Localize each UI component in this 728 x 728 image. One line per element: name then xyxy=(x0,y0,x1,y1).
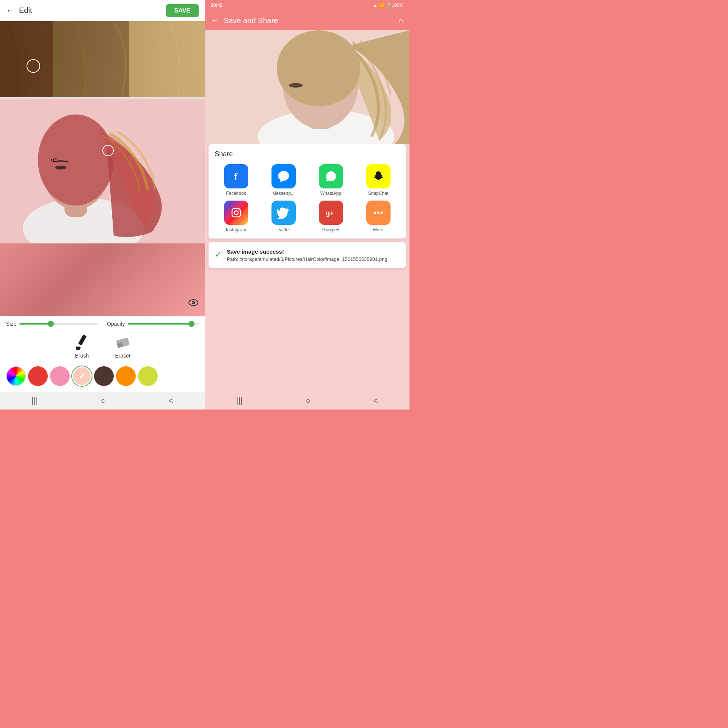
share-facebook[interactable]: f Facebook xyxy=(215,164,257,196)
success-text: Save image success! Path: /storage/emula… xyxy=(227,248,388,262)
brush-icon xyxy=(73,333,91,351)
svg-point-29 xyxy=(238,210,239,211)
brush-cursor-bottom xyxy=(102,145,114,156)
opacity-thumb[interactable] xyxy=(188,321,195,327)
left-panel: ← Edit SAVE xyxy=(0,0,205,410)
color-red[interactable] xyxy=(28,366,48,386)
share-messenger[interactable]: Messeng... xyxy=(262,164,305,196)
eraser-tool[interactable]: Eraser xyxy=(114,333,132,359)
brush-tool[interactable]: Brush xyxy=(73,333,91,359)
tools-row: Brush Eraser xyxy=(6,333,199,359)
status-time: 20:42 xyxy=(211,3,223,8)
bottom-nav-left: ||| ○ < xyxy=(0,392,205,410)
whatsapp-icon: ✆ xyxy=(319,164,343,188)
size-thumb[interactable] xyxy=(48,321,54,327)
svg-point-28 xyxy=(234,211,238,215)
more-icon xyxy=(366,201,391,225)
opacity-label: Opacity xyxy=(107,321,125,327)
share-snapchat[interactable]: SnapChat xyxy=(357,164,400,196)
color-orange[interactable] xyxy=(116,366,136,386)
right-back-button[interactable]: ← xyxy=(211,16,219,25)
back-nav-right[interactable]: < xyxy=(373,396,378,406)
battery-icon: 🔋100% xyxy=(386,3,403,8)
share-grid: f Facebook Messeng... xyxy=(215,164,400,232)
svg-point-10 xyxy=(55,166,66,169)
signal-icon: ▲ xyxy=(373,3,377,8)
right-page-title: Save and Share xyxy=(224,16,278,25)
result-image xyxy=(205,30,410,144)
back-nav-left[interactable]: < xyxy=(168,396,173,406)
share-twitter[interactable]: Twitter xyxy=(262,201,305,232)
color-multi[interactable] xyxy=(6,366,26,386)
googleplus-label: Google+ xyxy=(322,227,340,232)
brush-cursor-top xyxy=(27,59,40,73)
svg-point-23 xyxy=(289,83,303,88)
selected-check: ✓ xyxy=(78,371,85,381)
image-top xyxy=(0,21,205,97)
share-instagram[interactable]: Instagram xyxy=(215,201,257,232)
color-palette: ✓ xyxy=(6,363,199,389)
save-success-panel: ✓ Save image success! Path: /storage/emu… xyxy=(209,242,406,268)
edit-header: ← Edit SAVE xyxy=(0,0,205,21)
bottom-nav-right: ||| ○ < xyxy=(205,392,410,410)
whatsapp-label: WhatsApp xyxy=(320,191,341,196)
right-panel: 20:42 ▲ 📶 🔋100% ← Save and Share ⌂ xyxy=(205,0,410,410)
save-button[interactable]: SAVE xyxy=(166,4,199,17)
page-title: Edit xyxy=(19,6,32,15)
messenger-icon xyxy=(271,164,296,188)
image-preview-area xyxy=(0,21,205,316)
svg-point-22 xyxy=(277,30,360,106)
image-bottom xyxy=(0,99,205,316)
color-brown[interactable] xyxy=(94,366,114,386)
share-googleplus[interactable]: g+ Google+ xyxy=(309,201,352,232)
svg-point-31 xyxy=(374,212,376,214)
size-fill xyxy=(19,323,51,325)
sliders-row: Size Opacity xyxy=(6,321,199,327)
menu-nav-right[interactable]: ||| xyxy=(236,396,243,406)
svg-text:✆: ✆ xyxy=(328,174,333,179)
wifi-icon: 📶 xyxy=(379,3,384,8)
eraser-icon xyxy=(114,333,132,351)
svg-rect-14 xyxy=(78,334,87,345)
snapchat-label: SnapChat xyxy=(368,191,388,196)
success-check-icon: ✓ xyxy=(215,249,222,260)
googleplus-icon: g+ xyxy=(319,201,343,225)
facebook-label: Facebook xyxy=(226,191,246,196)
eye-icon xyxy=(188,297,199,308)
back-button[interactable]: ← xyxy=(6,6,14,16)
svg-point-9 xyxy=(38,115,114,206)
success-title: Save image success! xyxy=(227,248,388,255)
home-icon[interactable]: ⌂ xyxy=(399,16,403,25)
controls-area: Size Opacity xyxy=(0,316,205,392)
svg-point-33 xyxy=(381,212,383,214)
brush-label: Brush xyxy=(75,353,89,359)
facebook-icon: f xyxy=(224,164,248,188)
size-slider[interactable] xyxy=(19,323,98,325)
home-nav-left[interactable]: ○ xyxy=(101,396,106,406)
svg-rect-1 xyxy=(0,21,53,97)
menu-nav-left[interactable]: ||| xyxy=(31,396,38,406)
color-yellow-green[interactable] xyxy=(138,366,158,386)
snapchat-icon xyxy=(366,164,391,188)
instagram-icon xyxy=(224,201,248,225)
color-pink[interactable] xyxy=(50,366,70,386)
size-label: Size xyxy=(6,321,16,327)
svg-point-32 xyxy=(377,212,380,214)
size-slider-group: Size xyxy=(6,321,98,327)
color-peach[interactable]: ✓ xyxy=(72,366,92,386)
svg-text:g+: g+ xyxy=(326,209,334,217)
share-whatsapp[interactable]: ✆ WhatsApp xyxy=(309,164,352,196)
hair-texture-top xyxy=(0,21,205,97)
share-more[interactable]: More xyxy=(357,201,400,232)
visibility-toggle[interactable] xyxy=(188,297,199,310)
home-nav-right[interactable]: ○ xyxy=(306,396,311,406)
opacity-slider-group: Opacity xyxy=(107,321,199,327)
save-share-header: ← Save and Share ⌂ xyxy=(205,11,410,30)
share-title: Share xyxy=(215,150,400,158)
share-panel: Share f Facebook xyxy=(209,144,406,238)
svg-point-13 xyxy=(193,302,194,303)
opacity-slider[interactable] xyxy=(128,323,199,325)
svg-rect-2 xyxy=(53,21,129,97)
svg-text:f: f xyxy=(234,171,238,182)
success-path: Path: /storage/emulated/0/Pictures/HairC… xyxy=(227,256,388,262)
